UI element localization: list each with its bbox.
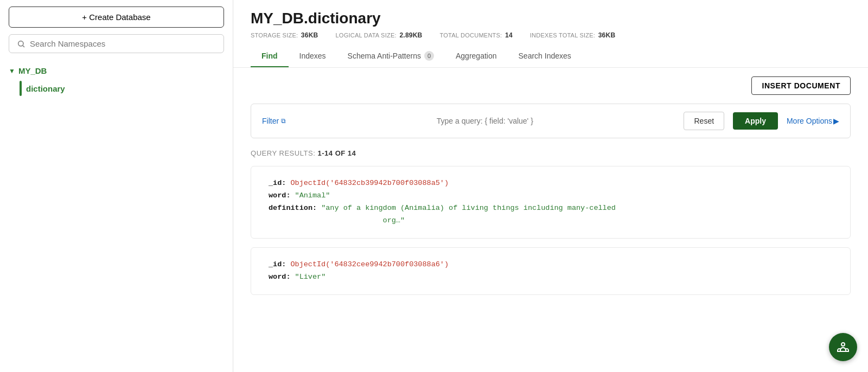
- database-tree: ▼ MY_DB dictionary: [9, 60, 224, 104]
- search-namespaces-wrap: [9, 34, 224, 53]
- insert-document-button[interactable]: INSERT DOCUMENT: [751, 76, 851, 95]
- storage-size-stat: STORAGE SIZE: 36KB: [251, 31, 318, 39]
- tab-schema-label: Schema Anti-Patterns: [348, 52, 421, 60]
- insert-document-wrap: INSERT DOCUMENT: [251, 76, 851, 95]
- external-link-icon: ⧉: [281, 117, 286, 125]
- query-results-label: QUERY RESULTS: 1-14 OF 14: [251, 149, 851, 157]
- doc-key-id: _id:: [269, 177, 286, 190]
- create-database-button[interactable]: + Create Database: [9, 7, 224, 28]
- document-card-2: _id: ObjectId('64832cee9942b700f03088a6'…: [251, 247, 851, 295]
- filter-label: Filter: [262, 117, 279, 125]
- doc-field-word-2: word: "Liver": [269, 271, 833, 284]
- content-area: INSERT DOCUMENT Filter ⧉ Reset Apply Mor…: [233, 68, 868, 372]
- database-item[interactable]: ▼ MY_DB: [9, 64, 224, 78]
- stats-row: STORAGE SIZE: 36KB LOGICAL DATA SIZE: 2.…: [251, 31, 851, 39]
- svg-point-0: [18, 41, 23, 46]
- tab-indexes[interactable]: Indexes: [289, 46, 337, 67]
- database-name-label: MY_DB: [18, 66, 47, 75]
- indexes-size-stat: INDEXES TOTAL SIZE: 36KB: [530, 31, 616, 39]
- filter-link[interactable]: Filter ⧉: [262, 117, 286, 125]
- doc-field-word: word: "Animal": [269, 190, 833, 202]
- chat-icon: [837, 341, 850, 354]
- filter-bar: Filter ⧉ Reset Apply More Options ▶: [251, 104, 851, 138]
- logical-data-label: LOGICAL DATA SIZE:: [336, 32, 397, 39]
- tab-search-indexes[interactable]: Search Indexes: [508, 46, 582, 67]
- active-collection-indicator: [20, 81, 22, 96]
- storage-size-value: 36KB: [301, 31, 318, 39]
- tab-schema-anti-patterns[interactable]: Schema Anti-Patterns 0: [337, 46, 445, 67]
- page-header: MY_DB.dictionary STORAGE SIZE: 36KB LOGI…: [233, 0, 868, 68]
- collection-item-dictionary[interactable]: dictionary: [9, 78, 224, 99]
- doc-value-definition: "any of a kingdom (Animalia) of living t…: [321, 202, 616, 227]
- tab-aggregation[interactable]: Aggregation: [445, 46, 508, 67]
- schema-anti-patterns-badge: 0: [424, 51, 434, 61]
- doc-field-definition: definition: "any of a kingdom (Animalia)…: [269, 202, 833, 227]
- main-content: MY_DB.dictionary STORAGE SIZE: 36KB LOGI…: [233, 0, 868, 372]
- doc-value-id: ObjectId('64832cb39942b700f03088a5'): [290, 177, 449, 190]
- logical-data-stat: LOGICAL DATA SIZE: 2.89KB: [336, 31, 423, 39]
- total-docs-value: 14: [505, 31, 513, 39]
- apply-button[interactable]: Apply: [733, 112, 778, 130]
- document-card-1: _id: ObjectId('64832cb39942b700f03088a5'…: [251, 166, 851, 239]
- query-input[interactable]: [295, 117, 675, 125]
- doc-value-word-2: "Liver": [295, 271, 326, 284]
- tabs-nav: Find Indexes Schema Anti-Patterns 0 Aggr…: [251, 46, 851, 67]
- storage-size-label: STORAGE SIZE:: [251, 32, 298, 39]
- total-docs-label: TOTAL DOCUMENTS:: [440, 32, 502, 39]
- doc-field-id: _id: ObjectId('64832cb39942b700f03088a5'…: [269, 177, 833, 190]
- collection-name-label: dictionary: [26, 84, 65, 93]
- reset-button[interactable]: Reset: [684, 112, 724, 130]
- tab-find[interactable]: Find: [251, 46, 289, 67]
- indexes-value: 36KB: [598, 31, 616, 39]
- search-namespaces-input[interactable]: [30, 39, 216, 48]
- total-docs-stat: TOTAL DOCUMENTS: 14: [440, 31, 513, 39]
- chat-button[interactable]: [829, 333, 857, 361]
- doc-value-id-2: ObjectId('64832cee9942b700f03088a6'): [290, 259, 449, 271]
- sidebar: + Create Database ▼ MY_DB dictionary: [0, 0, 233, 372]
- search-icon: [17, 40, 25, 48]
- doc-key-id-2: _id:: [269, 259, 286, 271]
- chevron-right-icon: ▶: [833, 117, 839, 125]
- doc-key-word: word:: [269, 190, 291, 202]
- indexes-label: INDEXES TOTAL SIZE:: [530, 32, 595, 39]
- svg-line-1: [23, 46, 24, 47]
- doc-key-word-2: word:: [269, 271, 291, 284]
- more-options-label: More Options: [787, 117, 832, 125]
- results-count: 1-14 OF 14: [317, 149, 356, 157]
- doc-value-word: "Animal": [295, 190, 330, 202]
- expand-arrow-icon: ▼: [9, 67, 15, 75]
- logical-data-value: 2.89KB: [399, 31, 422, 39]
- doc-field-id-2: _id: ObjectId('64832cee9942b700f03088a6'…: [269, 259, 833, 271]
- page-title: MY_DB.dictionary: [251, 10, 851, 27]
- doc-key-definition: definition:: [269, 202, 317, 227]
- more-options-link[interactable]: More Options ▶: [787, 117, 839, 125]
